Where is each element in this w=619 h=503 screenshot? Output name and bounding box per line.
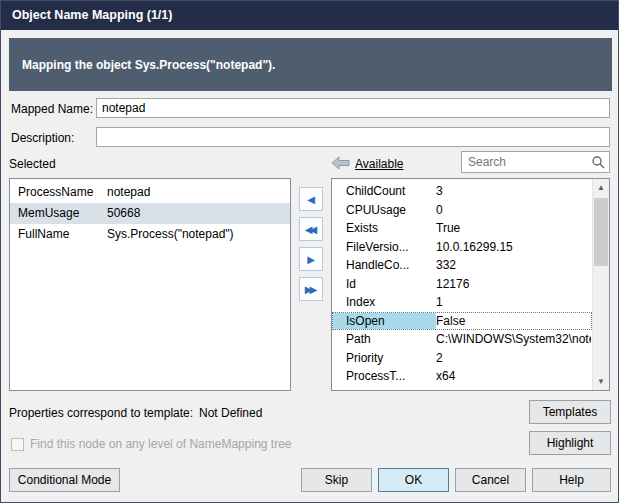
selected-row[interactable]: MemUsage 50668 [10,203,290,224]
scroll-down-button[interactable]: ▼ [593,373,609,390]
title-bar[interactable]: Object Name Mapping (1/1) [1,1,618,30]
find-node-checkbox[interactable] [11,438,24,451]
available-row[interactable]: Exists True [332,219,592,238]
property-value: x64 [436,368,591,385]
scroll-down-icon: ▼ [597,377,605,386]
window-title: Object Name Mapping (1/1) [12,8,172,22]
property-value: C:\WINDOWS\System32\note... [436,331,591,348]
available-row[interactable]: CPUUsage 0 [332,201,592,220]
available-row[interactable]: Path C:\WINDOWS\System32\note... [332,330,592,349]
help-button[interactable]: Help [532,468,611,492]
conditional-mode-button[interactable]: Conditional Mode [9,468,120,492]
property-value: 2 [436,350,591,367]
available-row[interactable]: FileVersio... 10.0.16299.15 [332,238,592,257]
available-row-selected[interactable]: IsOpen False [332,312,592,331]
property-name: Index [333,294,436,311]
selected-row[interactable]: FullName Sys.Process("notepad") [10,224,290,245]
property-name: IsOpen [333,313,436,330]
ok-button[interactable]: OK [378,468,449,492]
highlight-button[interactable]: Highlight [529,431,611,455]
template-label: Properties correspond to template: [9,403,193,423]
move-left-button[interactable]: ◀ [299,187,323,211]
property-name: FullName [10,224,107,245]
cancel-button[interactable]: Cancel [455,468,526,492]
scroll-up-button[interactable]: ▲ [593,179,609,196]
search-box [461,151,610,173]
property-value: notepad [107,182,290,203]
available-row[interactable]: HandleCo... 332 [332,256,592,275]
property-value: True [436,220,591,237]
template-value: Not Defined [199,403,262,423]
property-value: 10.0.16299.15 [436,239,591,256]
search-icon [591,155,605,169]
move-all-left-button[interactable]: ◀◀ [299,217,323,241]
find-node-checkbox-label: Find this node on any level of NameMappi… [30,434,292,454]
mapped-name-input[interactable] [96,98,610,118]
available-properties-list[interactable]: ChildCount 3 CPUUsage 0 Exists True File… [331,178,610,391]
available-row[interactable]: Priority 2 [332,349,592,368]
property-name: Priority [333,350,436,367]
available-row[interactable]: Index 1 [332,293,592,312]
selected-panel-label: Selected [9,154,56,174]
available-row[interactable]: ChildCount 3 [332,182,592,201]
left-arrow-icon: ◀ [307,194,315,205]
property-name: Exists [333,220,436,237]
property-name: CPUUsage [333,202,436,219]
property-name: ProcessT... [333,368,436,385]
property-name: Path [333,331,436,348]
mapping-banner: Mapping the object Sys.Process("notepad"… [9,38,612,91]
banner-text: Mapping the object Sys.Process("notepad"… [22,58,275,72]
scroll-up-icon: ▲ [597,183,605,192]
object-name-mapping-dialog: { "window": { "title": "Object Name Mapp… [0,0,619,503]
property-name: FileVersio... [333,239,436,256]
description-input[interactable] [96,127,610,147]
property-value: 12176 [436,276,591,293]
selected-properties-list[interactable]: ProcessName notepad MemUsage 50668 FullN… [9,178,291,391]
skip-button[interactable]: Skip [301,468,372,492]
description-label: Description: [11,128,74,148]
property-name: MemUsage [10,203,107,224]
move-all-right-button[interactable]: ▶▶ [299,277,323,301]
vertical-scrollbar[interactable]: ▲ ▼ [592,179,609,390]
property-name: HandleCo... [333,257,436,274]
property-name: ChildCount [333,183,436,200]
property-name: ProcessName [10,182,107,203]
selected-row[interactable]: ProcessName notepad [10,182,290,203]
templates-button[interactable]: Templates [529,400,611,424]
double-left-arrow-icon: ◀◀ [305,224,314,235]
search-input[interactable] [461,151,610,173]
property-value: False [436,313,591,330]
property-value: 3 [436,183,591,200]
scrollbar-thumb[interactable] [594,198,608,266]
property-name: Id [333,276,436,293]
property-value: 0 [436,202,591,219]
available-row[interactable]: Id 12176 [332,275,592,294]
property-value: 50668 [107,203,290,224]
available-row[interactable]: ProcessT... x64 [332,367,592,386]
right-arrow-icon: ▶ [307,254,315,265]
double-right-arrow-icon: ▶▶ [305,284,314,295]
move-right-button[interactable]: ▶ [299,247,323,271]
property-value: 1 [436,294,591,311]
back-arrow-icon [331,156,350,170]
property-value: Sys.Process("notepad") [107,224,290,245]
available-panel-label: Available [355,154,403,174]
property-value: 332 [436,257,591,274]
mapped-name-label: Mapped Name: [11,99,93,119]
